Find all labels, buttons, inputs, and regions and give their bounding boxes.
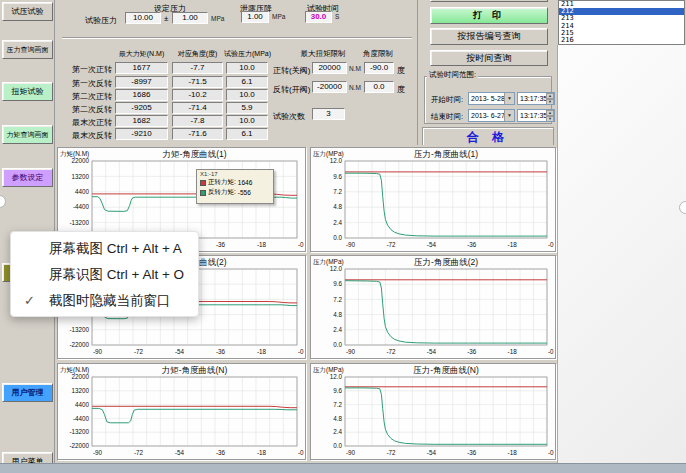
leak-drop-input[interactable]: 1.00 <box>241 11 269 23</box>
list-item[interactable]: 216 <box>559 37 684 44</box>
svg-text:-22000: -22000 <box>69 442 89 449</box>
query-by-time-button[interactable]: 按时间查询 <box>430 50 548 66</box>
chevron-down-icon[interactable]: ▼ <box>504 93 514 104</box>
torque-angle-chart-n: 22000132004400-4400-13200-22000-90-72-54… <box>57 363 306 460</box>
svg-text:22000: 22000 <box>71 373 89 380</box>
end-date-value: 2013- 6-27 <box>471 112 505 119</box>
svg-text:12.0: 12.0 <box>330 157 343 164</box>
start-time-value: 13:17:35 <box>520 95 547 102</box>
menu-item-screen-capture[interactable]: ✓ 屏幕截图 Ctrl + Alt + A <box>11 236 198 262</box>
svg-text:-72: -72 <box>134 348 144 355</box>
end-time-spinner[interactable]: 13:17:35 ▲▼ <box>517 109 555 122</box>
svg-text:力矩-角度曲线(1): 力矩-角度曲线(1) <box>162 149 226 159</box>
mpa-unit-2: MPa <box>272 13 285 20</box>
test-pressure-input[interactable]: 10.00 <box>125 12 161 24</box>
report-list[interactable]: 211 212 213 214 215 216 <box>558 0 685 45</box>
list-item[interactable]: 213 <box>559 15 684 22</box>
spinner-buttons[interactable]: ▲▼ <box>546 110 554 121</box>
end-time-value: 13:17:35 <box>520 112 547 119</box>
svg-text:4.8: 4.8 <box>333 203 342 210</box>
start-time-label: 开始时间: <box>431 95 463 105</box>
test-time-input[interactable]: 30.0 <box>305 11 332 23</box>
row-angle-value: -7.8 <box>172 115 223 127</box>
start-time-spinner[interactable]: 13:17:35 ▲▼ <box>517 92 555 105</box>
list-item[interactable]: 212 <box>559 8 684 15</box>
svg-text:-13200: -13200 <box>69 428 89 435</box>
svg-text:-0: -0 <box>548 241 554 248</box>
screenshot-context-menu: ✓ 屏幕截图 Ctrl + Alt + A ✓ 屏幕识图 Ctrl + Alt … <box>10 231 199 317</box>
sidebar-item-pressure-test[interactable]: 试压试验 <box>2 2 53 21</box>
list-item[interactable]: 214 <box>559 23 684 30</box>
forward-angle-input[interactable]: -90.0 <box>364 62 394 74</box>
pressure-angle-chart-n: 12.09.67.24.82.40.0-90-72-54-36-18-0压力-角… <box>310 363 556 460</box>
list-item[interactable]: 215 <box>559 30 684 37</box>
svg-text:7.2: 7.2 <box>333 296 342 303</box>
reverse-angle-input[interactable]: 0.0 <box>364 81 394 93</box>
cut-off-button[interactable] <box>430 0 548 2</box>
svg-text:-36: -36 <box>216 348 226 355</box>
chevron-down-icon[interactable]: ▼ <box>504 110 514 121</box>
svg-text:-36: -36 <box>216 241 226 248</box>
time-range-title: 试验时间范围: <box>427 70 478 80</box>
spin-down-icon[interactable]: ▼ <box>546 99 554 105</box>
forward-torque-input[interactable]: 20000 <box>312 62 347 74</box>
menu-item-label: 截图时隐藏当前窗口 <box>49 293 171 308</box>
svg-text:-54: -54 <box>175 449 185 456</box>
row-torque-value: 1682 <box>115 115 168 127</box>
print-button[interactable]: 打 印 <box>430 7 548 24</box>
torque-limit-header: 最大扭矩限制 <box>298 49 348 59</box>
svg-text:-36: -36 <box>467 348 477 355</box>
svg-text:12.0: 12.0 <box>330 265 343 272</box>
app-window: 试压试验 压力查询画面 扭矩试验 力矩查询画面 参数设定 厂家参数 用户管理 用… <box>0 0 686 473</box>
end-date-combo[interactable]: 2013- 6-27 ▼ <box>468 109 515 122</box>
test-pressure-tol-input[interactable]: 1.00 <box>172 12 208 24</box>
svg-text:22000: 22000 <box>71 157 89 164</box>
sidebar-item-pressure-query[interactable]: 压力查询画面 <box>2 40 53 59</box>
svg-text:2.4: 2.4 <box>333 428 342 435</box>
sidebar-item-torque-query[interactable]: 力矩查询画面 <box>2 125 53 144</box>
seconds-unit: S <box>335 13 339 20</box>
reverse-torque-swatch-icon <box>200 190 206 196</box>
list-item[interactable]: 211 <box>559 1 684 8</box>
degree-unit-2: 度 <box>397 84 405 95</box>
right-edge-handle[interactable] <box>679 201 686 214</box>
svg-text:4400: 4400 <box>75 188 90 195</box>
row-label: 第一次反转 <box>58 78 112 89</box>
test-count-input[interactable]: 3 <box>312 108 345 120</box>
forward-label: 正转(关阀) <box>273 65 310 76</box>
sidebar-item-user-management[interactable]: 用户管理 <box>2 383 53 402</box>
row-angle-value: -10.2 <box>172 89 223 101</box>
sidebar-item-param-settings[interactable]: 参数设定 <box>2 168 53 187</box>
spinner-buttons[interactable]: ▲▼ <box>546 93 554 104</box>
svg-text:-90: -90 <box>346 348 356 355</box>
row-label: 第一次正转 <box>58 64 112 75</box>
pressure-angle-chart-2: 12.09.67.24.82.40.0-90-72-54-36-18-0压力-角… <box>310 255 556 359</box>
menu-item-label: 屏幕截图 Ctrl + Alt + A <box>49 241 182 256</box>
query-by-report-button[interactable]: 按报告编号查询 <box>430 28 548 45</box>
menu-item-screen-ocr[interactable]: ✓ 屏幕识图 Ctrl + Alt + O <box>11 262 198 288</box>
start-date-value: 2013- 5-28 <box>471 95 505 102</box>
svg-text:4400: 4400 <box>75 401 90 408</box>
parameter-panel: 设定压力 试验压力 10.00 ± 1.00 MPa 泄露压降 1.00 MPa… <box>56 0 418 145</box>
row-pressure-value: 6.1 <box>226 128 268 140</box>
svg-text:-36: -36 <box>467 241 477 248</box>
degree-unit-1: 度 <box>397 65 405 76</box>
start-date-combo[interactable]: 2013- 5-28 ▼ <box>468 92 515 105</box>
svg-text:-0: -0 <box>548 348 554 355</box>
reverse-torque-input[interactable]: -20000 <box>312 81 347 93</box>
svg-text:7.2: 7.2 <box>333 401 342 408</box>
sidebar-item-torque-test[interactable]: 扭矩试验 <box>2 82 53 101</box>
svg-text:-90: -90 <box>346 241 356 248</box>
svg-text:0.0: 0.0 <box>333 341 342 348</box>
svg-text:-0: -0 <box>298 348 304 355</box>
svg-text:-72: -72 <box>386 348 396 355</box>
svg-text:-4400: -4400 <box>73 203 90 210</box>
test-count-label: 试验次数 <box>273 111 305 122</box>
menu-item-hide-window[interactable]: ✓ 截图时隐藏当前窗口 <box>11 288 198 314</box>
spin-down-icon[interactable]: ▼ <box>546 116 554 122</box>
row-pressure-value: 10.0 <box>226 62 268 74</box>
svg-text:-36: -36 <box>216 449 226 456</box>
svg-text:-36: -36 <box>467 449 477 456</box>
svg-text:-54: -54 <box>175 348 185 355</box>
plus-minus-label: ± <box>164 14 168 23</box>
